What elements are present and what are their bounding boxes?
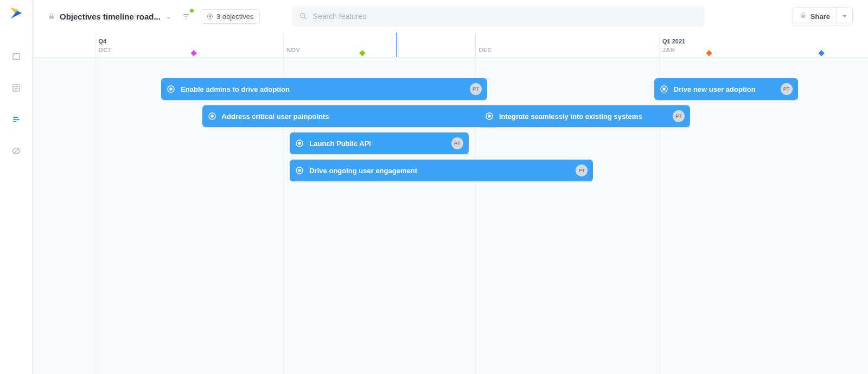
sidebar-item-list[interactable] <box>5 79 27 97</box>
lock-icon <box>48 12 55 20</box>
month-divider <box>475 33 476 57</box>
svg-point-23 <box>211 115 213 117</box>
filter-button[interactable] <box>179 9 193 23</box>
topbar: Objectives timeline road... 3 objectives <box>33 0 868 33</box>
objectives-button[interactable]: 3 objectives <box>201 9 260 24</box>
share-label: Share <box>810 12 830 21</box>
assignee-avatar[interactable]: PT <box>470 83 482 95</box>
svg-point-19 <box>170 88 172 90</box>
target-icon <box>485 112 494 121</box>
objective-bar[interactable]: Launch Public APIPT <box>290 132 469 154</box>
search-input[interactable] <box>292 6 705 27</box>
target-icon <box>207 13 213 20</box>
milestone-marker-icon <box>360 50 366 56</box>
quarter-label: Q1 2021 <box>662 38 685 45</box>
svg-point-16 <box>300 14 304 18</box>
lock-icon <box>800 11 807 21</box>
objective-label: Address critical user painpoints <box>222 112 481 121</box>
month-label: OCT <box>99 47 112 53</box>
svg-point-27 <box>298 142 301 144</box>
target-icon <box>295 166 304 175</box>
objective-bar[interactable]: Drive ongoing user engagementPT <box>290 160 593 181</box>
app-logo[interactable] <box>9 5 24 21</box>
target-icon <box>167 85 175 93</box>
assignee-avatar[interactable]: PT <box>576 164 588 176</box>
month-label: NOV <box>286 47 300 53</box>
target-icon <box>208 112 216 121</box>
milestone-marker-icon <box>706 50 712 56</box>
sidebar-item-board[interactable] <box>5 48 27 65</box>
main-area: Objectives timeline road... 3 objectives <box>33 0 868 374</box>
objective-label: Drive ongoing user engagement <box>309 167 576 175</box>
share-caret[interactable] <box>837 8 852 25</box>
quarter-label: Q4 <box>99 38 107 45</box>
chevron-down-icon <box>166 14 171 19</box>
svg-point-29 <box>298 169 301 172</box>
timeline-header: OCTNOVDECJANQ4Q1 2021Major Marketing Lau… <box>33 33 868 58</box>
assignee-avatar[interactable]: PT <box>781 83 793 95</box>
search-group <box>292 6 705 27</box>
now-line <box>396 33 397 57</box>
filter-active-dot <box>190 9 194 12</box>
sidebar-item-timeline[interactable] <box>5 111 27 128</box>
objective-label: Enable admins to drive adoption <box>181 85 470 93</box>
month-label: JAN <box>662 47 675 53</box>
timeline[interactable]: OCTNOVDECJANQ4Q1 2021Major Marketing Lau… <box>33 33 868 374</box>
svg-point-25 <box>488 115 490 117</box>
month-divider <box>95 58 96 374</box>
month-divider <box>659 33 660 57</box>
milestone-marker-icon <box>818 50 824 56</box>
target-icon <box>660 85 668 93</box>
objective-bar[interactable]: Address critical user painpointsPT <box>202 105 498 127</box>
page-title-group[interactable]: Objectives timeline road... <box>48 12 171 21</box>
search-icon <box>299 12 308 21</box>
month-label: DEC <box>478 47 492 53</box>
sidebar <box>0 0 33 374</box>
assignee-avatar[interactable]: PT <box>673 110 685 122</box>
objective-bar[interactable]: Drive new user adoptionPT <box>654 78 798 100</box>
svg-point-15 <box>209 16 210 17</box>
objectives-label: 3 objectives <box>216 12 254 21</box>
share-button[interactable]: Share <box>793 7 853 26</box>
timeline-body[interactable]: Enable admins to drive adoptionPTDrive n… <box>33 58 868 374</box>
sidebar-item-hidden[interactable] <box>5 142 27 160</box>
svg-rect-2 <box>13 54 20 60</box>
objective-label: Integrate seamlessly into existing syste… <box>499 112 673 121</box>
month-divider <box>283 33 284 57</box>
assignee-avatar[interactable]: PT <box>451 137 463 149</box>
page-title: Objectives timeline road... <box>60 12 161 21</box>
month-divider <box>95 33 96 57</box>
target-icon <box>295 139 304 148</box>
objective-label: Drive new user adoption <box>674 85 781 93</box>
objective-bar[interactable]: Integrate seamlessly into existing syste… <box>480 105 690 127</box>
svg-point-21 <box>663 88 665 90</box>
objective-bar[interactable]: Enable admins to drive adoptionPT <box>161 78 487 100</box>
svg-line-17 <box>304 17 306 19</box>
milestone-marker-icon <box>191 50 197 56</box>
objective-label: Launch Public API <box>309 140 451 148</box>
